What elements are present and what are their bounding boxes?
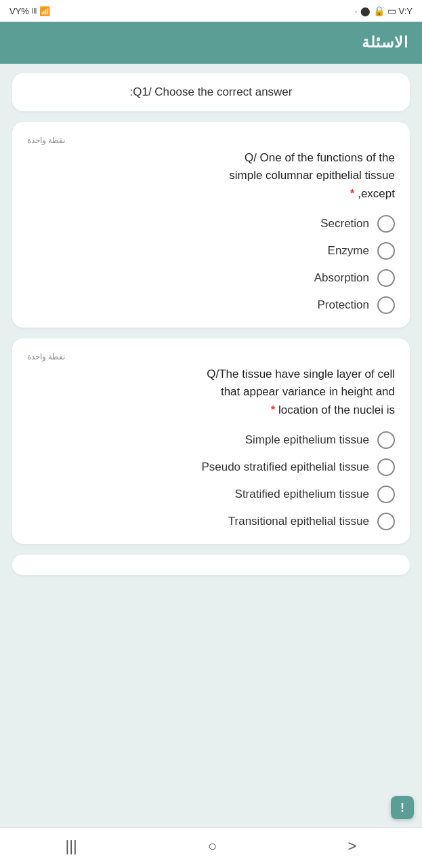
option-enzyme-label: Enzyme [328, 244, 369, 258]
q1-header-row: نقطة واحدة [27, 136, 395, 145]
dot-indicator: · [355, 6, 358, 16]
option-pseudo-stratified-label: Pseudo stratified epithelial tissue [201, 460, 369, 474]
option-simple-epithelium[interactable]: Simple epithelium tissue [27, 431, 395, 449]
q2-text-line2: that appear variance in height and [221, 385, 395, 398]
partial-next-card [12, 555, 410, 575]
status-right: · ⬤ 🔒 ▭ V:Y [355, 5, 413, 16]
option-stratified-epithelium-radio[interactable] [377, 486, 395, 503]
option-transitional[interactable]: Transitional epithelial tissue [27, 513, 395, 530]
option-pseudo-stratified-radio[interactable] [377, 458, 395, 476]
nav-home-icon[interactable]: ○ [208, 837, 217, 855]
q2-header-row: نقطة واحدة [27, 352, 395, 361]
q2-question-text: Q/The tissue have single layer of cell t… [27, 366, 395, 419]
flag-icon: ! [400, 801, 404, 815]
option-protection[interactable]: Protection [27, 296, 395, 314]
q1-text-line1: Q/ One of the functions of the [245, 151, 395, 164]
q1-text-line3: ,except [358, 187, 395, 200]
option-enzyme-radio[interactable] [377, 242, 395, 260]
q2-options-list: Simple epithelium tissue Pseudo stratifi… [27, 431, 395, 530]
option-simple-epithelium-label: Simple epithelium tissue [245, 433, 369, 447]
option-transitional-radio[interactable] [377, 513, 395, 530]
option-pseudo-stratified[interactable]: Pseudo stratified epithelial tissue [27, 458, 395, 476]
q1-points: نقطة واحدة [27, 136, 65, 145]
option-secretion-radio[interactable] [377, 215, 395, 233]
option-absorption-radio[interactable] [377, 269, 395, 287]
q2-text-line3: location of the nuclei is [278, 403, 395, 416]
battery-icon: VY% [9, 6, 29, 16]
wifi-icon: 📶 [39, 6, 50, 16]
q1-title-card: :Q1/ Choose the correct answer [12, 73, 410, 111]
status-bar: VY% lll 📶 · ⬤ 🔒 ▭ V:Y [0, 0, 422, 22]
q1-title-label: :Q1/ Choose the correct answer [129, 85, 292, 98]
option-transitional-label: Transitional epithelial tissue [228, 515, 369, 528]
option-absorption[interactable]: Absorption [27, 269, 395, 287]
signal-icon: lll [32, 7, 37, 15]
q1-question-text: Q/ One of the functions of the simple co… [27, 149, 395, 203]
lock-icon: 🔒 [373, 5, 385, 16]
option-protection-radio[interactable] [377, 296, 395, 314]
option-stratified-epithelium[interactable]: Stratified epithelium tissue [27, 486, 395, 503]
q1-star: * [350, 187, 355, 200]
camera-icon: ⬤ [360, 6, 371, 16]
q1-text-line2: simple columnar epithelial tissue [229, 169, 395, 182]
nav-forward-icon[interactable]: > [348, 837, 357, 855]
nav-bar: ||| ○ > [0, 827, 422, 868]
q2-question-card: نقطة واحدة Q/The tissue have single laye… [12, 338, 410, 544]
q1-question-card: نقطة واحدة Q/ One of the functions of th… [12, 122, 410, 328]
option-simple-epithelium-radio[interactable] [377, 431, 395, 449]
option-secretion[interactable]: Secretion [27, 215, 395, 233]
q2-text-line1: Q/The tissue have single layer of cell [207, 368, 395, 380]
time-display: V:Y [399, 6, 413, 16]
option-enzyme[interactable]: Enzyme [27, 242, 395, 260]
option-secretion-label: Secretion [320, 217, 369, 231]
status-left: VY% lll 📶 [9, 6, 50, 16]
q2-star: * [271, 403, 276, 416]
screen-icon: ▭ [387, 5, 396, 16]
header-title: الاسئلة [362, 34, 408, 51]
flag-button[interactable]: ! [391, 796, 414, 819]
option-stratified-epithelium-label: Stratified epithelium tissue [235, 488, 369, 501]
q2-points: نقطة واحدة [27, 352, 65, 361]
main-content: :Q1/ Choose the correct answer نقطة واحد… [0, 64, 422, 827]
option-protection-label: Protection [317, 298, 369, 312]
q1-options-list: Secretion Enzyme Absorption Protection [27, 215, 395, 314]
option-absorption-label: Absorption [314, 271, 369, 285]
page-header: الاسئلة [0, 22, 422, 64]
nav-menu-icon[interactable]: ||| [66, 837, 77, 855]
